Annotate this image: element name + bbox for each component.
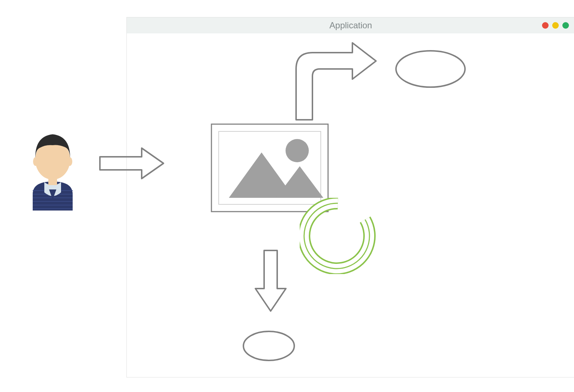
- maximize-dot-icon[interactable]: [562, 22, 569, 29]
- branch-up-arrow-icon: [289, 40, 380, 123]
- user-actor-icon: [22, 127, 84, 212]
- svg-point-9: [67, 157, 72, 166]
- window-title: Application: [330, 20, 372, 30]
- close-dot-icon[interactable]: [542, 22, 549, 29]
- window-traffic-lights: [542, 22, 569, 29]
- window-titlebar: Application: [127, 17, 574, 33]
- svg-point-8: [33, 157, 38, 166]
- minimize-dot-icon[interactable]: [552, 22, 559, 29]
- svg-point-15: [396, 51, 465, 87]
- output-ellipse-top-icon: [394, 49, 467, 90]
- svg-point-16: [243, 331, 294, 360]
- branch-down-arrow-icon: [252, 249, 289, 315]
- processing-spinner-icon: [300, 198, 376, 275]
- svg-point-12: [286, 139, 309, 162]
- output-ellipse-bottom-icon: [242, 330, 296, 364]
- diagram-canvas: Application: [0, 0, 574, 392]
- input-arrow-icon: [98, 145, 167, 183]
